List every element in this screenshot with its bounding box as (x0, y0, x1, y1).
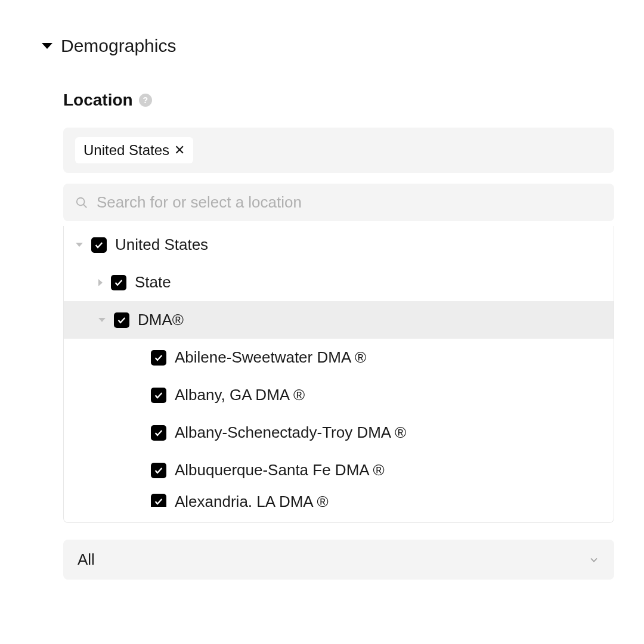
checkbox[interactable] (151, 463, 166, 478)
tree-label: Albuquerque-Santa Fe DMA ® (175, 461, 385, 479)
selected-locations-container: United States ✕ (63, 128, 614, 173)
svg-point-0 (77, 197, 85, 205)
tree-label: Albany-Schenectady-Troy DMA ® (175, 423, 406, 442)
checkbox[interactable] (91, 237, 107, 253)
location-field: Location ? United States ✕ United States (42, 91, 614, 580)
tree-item-dma-child[interactable]: Albuquerque-Santa Fe DMA ® (64, 451, 614, 489)
tree-item-united-states[interactable]: United States (64, 226, 614, 264)
tree-label: Abilene-Sweetwater DMA ® (175, 348, 366, 367)
location-filter-dropdown[interactable]: All (63, 540, 614, 580)
checkbox[interactable] (114, 312, 129, 328)
demographics-section-header[interactable]: Demographics (42, 36, 614, 56)
location-tree: United States State DMA® Abilene-Sweetwa… (63, 226, 614, 523)
search-input[interactable] (97, 193, 602, 212)
checkbox[interactable] (151, 350, 166, 366)
tree-label: DMA® (138, 311, 184, 329)
location-search[interactable] (63, 184, 614, 221)
tree-item-state[interactable]: State (64, 264, 614, 301)
tree-label: Alexandria, LA DMA ® (175, 493, 329, 507)
location-label: Location (63, 91, 133, 110)
help-icon[interactable]: ? (139, 94, 152, 107)
checkbox[interactable] (151, 388, 166, 403)
tree-item-dma-child[interactable]: Albany-Schenectady-Troy DMA ® (64, 414, 614, 451)
caret-down-icon (42, 43, 52, 49)
section-title: Demographics (61, 36, 176, 56)
location-label-row: Location ? (63, 91, 614, 110)
caret-right-icon[interactable] (98, 279, 103, 286)
dropdown-value: All (78, 550, 95, 569)
tree-item-dma[interactable]: DMA® (64, 301, 614, 339)
tree-label: State (135, 273, 171, 292)
caret-down-icon[interactable] (76, 243, 83, 247)
tree-item-dma-child[interactable]: Abilene-Sweetwater DMA ® (64, 339, 614, 376)
location-chip[interactable]: United States ✕ (75, 137, 193, 163)
chevron-down-icon (588, 554, 600, 566)
checkbox[interactable] (111, 275, 126, 290)
tree-item-dma-child[interactable]: Albany, GA DMA ® (64, 376, 614, 414)
chip-label: United States (83, 142, 169, 159)
search-icon (75, 196, 88, 209)
checkbox[interactable] (151, 494, 166, 507)
tree-item-dma-child[interactable]: Alexandria, LA DMA ® (64, 489, 614, 507)
checkbox[interactable] (151, 425, 166, 441)
close-icon[interactable]: ✕ (174, 144, 185, 157)
caret-down-icon[interactable] (98, 318, 106, 322)
svg-line-1 (83, 204, 87, 208)
tree-label: United States (115, 236, 208, 254)
tree-label: Albany, GA DMA ® (175, 386, 305, 404)
